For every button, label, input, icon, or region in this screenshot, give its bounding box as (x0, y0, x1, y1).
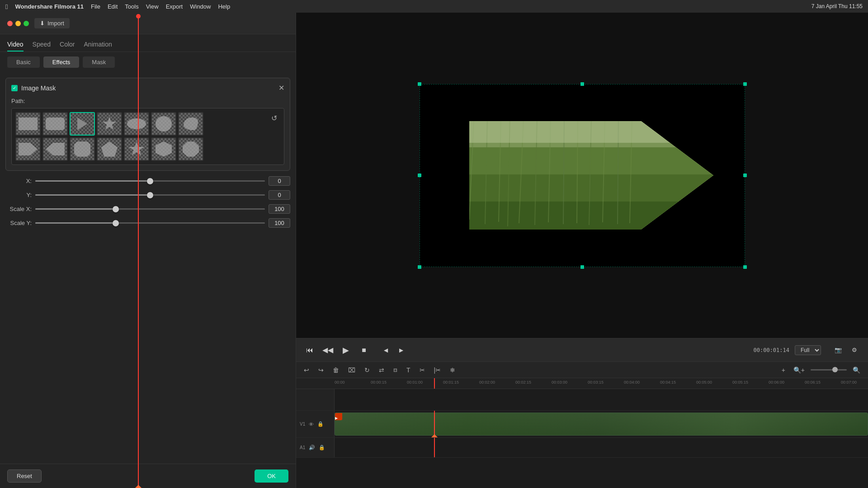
slider-scaley-thumb[interactable] (113, 220, 119, 226)
slider-y-value[interactable] (269, 190, 290, 200)
tab-speed[interactable]: Speed (33, 38, 51, 52)
subtab-effects[interactable]: Effects (43, 56, 80, 68)
text-tool[interactable]: T (404, 365, 413, 375)
eye-icon[interactable]: 👁 (309, 422, 314, 427)
rotate-tool[interactable]: ↻ (362, 365, 372, 375)
slider-scalex-thumb[interactable] (113, 206, 119, 212)
slider-scaley-track[interactable] (35, 222, 265, 224)
audio-track-content[interactable] (335, 438, 868, 457)
edit-menu[interactable]: Edit (108, 3, 118, 10)
file-menu[interactable]: File (91, 3, 100, 10)
trim-tool[interactable]: ✂ (417, 365, 427, 375)
settings-icon[interactable]: ⚙ (848, 344, 861, 357)
subtab-basic[interactable]: Basic (7, 56, 40, 68)
handle-top-right[interactable] (743, 82, 747, 86)
slider-x-track[interactable] (35, 180, 265, 182)
flip-tool[interactable]: ⇄ (377, 365, 387, 375)
view-menu[interactable]: View (146, 3, 159, 10)
mask-item-rectangle[interactable] (15, 112, 41, 136)
handle-bottom-right[interactable] (743, 265, 747, 269)
mask-item-clover[interactable] (97, 112, 122, 136)
zoom-slider-thumb[interactable] (832, 367, 838, 372)
apple-menu[interactable]:  (5, 3, 8, 10)
delete-tool[interactable]: 🗑 (330, 365, 341, 375)
check-icon: ✓ (13, 85, 16, 90)
mask-item-2-3[interactable] (70, 137, 95, 161)
close-button[interactable] (7, 21, 13, 26)
window-menu[interactable]: Window (190, 3, 211, 10)
slider-scalex-label: Scale X: (5, 206, 32, 212)
tab-animation[interactable]: Animation (84, 38, 112, 52)
maximize-button[interactable] (24, 21, 29, 26)
audio-lock-icon[interactable]: 🔒 (319, 445, 325, 450)
reset-button[interactable]: Reset (7, 469, 42, 483)
minimize-button[interactable] (15, 21, 21, 26)
volume-icon[interactable]: 🔊 (309, 445, 315, 450)
sub-tabs: Basic Effects Mask (0, 52, 296, 72)
slider-scalex-track[interactable] (35, 208, 265, 210)
zoom-slider[interactable] (811, 369, 847, 371)
next-frame-button[interactable]: ▶ (395, 344, 407, 357)
mask-item-blob[interactable] (178, 112, 203, 136)
close-icon[interactable]: ✕ (278, 84, 284, 92)
step-back-button[interactable]: ⏮ (303, 344, 316, 357)
mask-checkbox[interactable]: ✓ (11, 85, 18, 91)
tab-video[interactable]: Video (7, 38, 24, 52)
tools-menu[interactable]: Tools (125, 3, 138, 10)
mask-item-2-5[interactable] (124, 137, 149, 161)
handle-top-mid[interactable] (580, 82, 584, 86)
audio-track-controls: A1 🔊 🔒 (296, 438, 335, 457)
mask-item-2-7[interactable] (178, 137, 203, 161)
path-label: Path: (11, 98, 284, 104)
play-button[interactable]: ▶ (340, 344, 352, 357)
mask-item-ellipse[interactable] (151, 112, 176, 136)
rewind-icon: ◀◀ (322, 346, 333, 354)
handle-top-left[interactable] (418, 82, 421, 86)
handle-bottom-mid[interactable] (580, 265, 584, 269)
zoom-in-tool[interactable]: 🔍+ (791, 365, 807, 375)
split-tool[interactable]: |✂ (432, 365, 443, 375)
subtab-mask[interactable]: Mask (83, 56, 115, 68)
slider-x-thumb[interactable] (147, 178, 153, 184)
video-clip-1[interactable]: ▶ (335, 413, 868, 436)
rewind-button[interactable]: ◀◀ (321, 344, 334, 357)
freeze-tool[interactable]: ❄ (448, 365, 458, 375)
app-name[interactable]: Wondershare Filmora 11 (15, 3, 83, 10)
mask-item-2-6[interactable] (151, 137, 176, 161)
screenshot-icon[interactable]: 📷 (832, 344, 844, 357)
add-track-tool[interactable]: + (779, 365, 788, 375)
mask-item-oval[interactable] (124, 112, 149, 136)
zoom-out-tool[interactable]: 🔍 (850, 365, 863, 375)
video-track-content[interactable]: ▶ (335, 411, 868, 437)
crop-tool[interactable]: ⌧ (346, 365, 358, 375)
transform-tool[interactable]: ⧈ (391, 365, 400, 375)
tab-color[interactable]: Color (60, 38, 75, 52)
mask-item-2-4[interactable] (97, 137, 122, 161)
slider-y-track[interactable] (35, 194, 265, 196)
preview-canvas (420, 84, 745, 267)
help-menu[interactable]: Help (218, 3, 230, 10)
handle-mid-right[interactable] (743, 174, 747, 177)
empty-track-row (296, 389, 868, 411)
prev-frame-button[interactable]: ◀ (379, 344, 392, 357)
slider-y-thumb[interactable] (147, 192, 153, 198)
right-panel: ⏮ ◀◀ ▶ ■ ◀ ▶ 00:00:01:14 Full (296, 13, 868, 488)
mask-item-2-2[interactable] (42, 137, 68, 161)
export-menu[interactable]: Export (166, 3, 183, 10)
mask-item-rounded-rect[interactable] (42, 112, 68, 136)
slider-scalex-value[interactable] (269, 204, 290, 214)
stop-button[interactable]: ■ (358, 344, 370, 357)
refresh-icon[interactable]: ↺ (271, 112, 280, 161)
ok-button[interactable]: OK (255, 469, 288, 483)
redo-tool[interactable]: ↪ (316, 365, 326, 375)
handle-bottom-left[interactable] (418, 265, 421, 269)
zoom-select[interactable]: Full (795, 345, 821, 355)
import-button[interactable]: ⬇ Import (34, 18, 70, 28)
slider-x-value[interactable] (269, 176, 290, 186)
undo-tool[interactable]: ↩ (302, 365, 311, 375)
lock-icon[interactable]: 🔒 (317, 421, 324, 427)
slider-scaley-value[interactable] (269, 218, 290, 228)
handle-mid-left[interactable] (418, 174, 421, 177)
mask-item-arrow[interactable] (70, 112, 95, 136)
mask-item-2-1[interactable] (15, 137, 41, 161)
